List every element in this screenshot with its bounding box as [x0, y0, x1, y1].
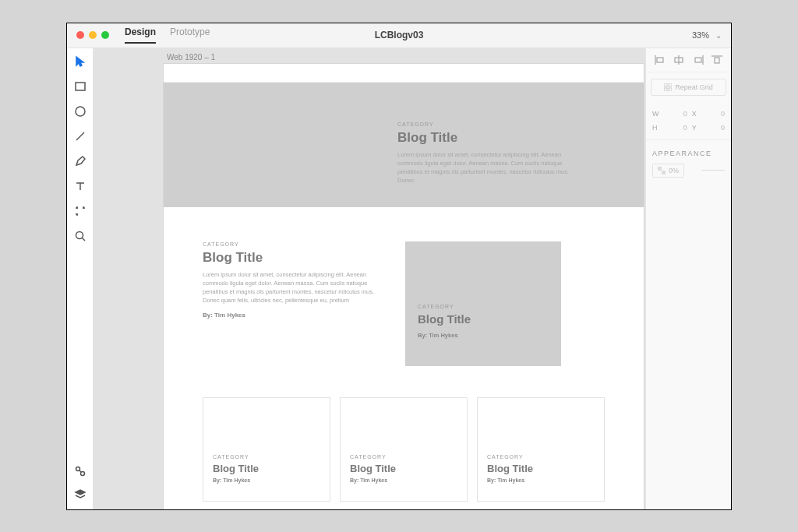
text-tool-icon[interactable]: [73, 179, 87, 193]
mock-card-row: CATEGORY Blog Title By: Tim Hykes CATEGO…: [164, 389, 644, 509]
tab-design[interactable]: Design: [125, 26, 156, 44]
dimensions-section: W 0 X 0 H 0 Y 0: [646, 102, 731, 140]
h-label: H: [652, 124, 659, 132]
pen-tool-icon[interactable]: [73, 154, 87, 168]
card-byline: By: Tim Hykes: [487, 477, 595, 483]
card-byline: By: Tim Hykes: [213, 477, 320, 483]
svg-rect-16: [664, 83, 667, 86]
feature-text-block: CATEGORY Blog Title Lorem ipsum dolor si…: [203, 241, 382, 366]
opacity-slider[interactable]: [701, 170, 725, 171]
card: CATEGORY Blog Title By: Tim Hykes: [203, 397, 330, 502]
y-label: Y: [692, 124, 697, 132]
svg-rect-9: [657, 58, 663, 62]
feature-category: CATEGORY: [203, 241, 382, 247]
h-value[interactable]: 0: [664, 124, 687, 132]
feature-img-title: Blog Title: [418, 312, 549, 326]
card-title: Blog Title: [487, 463, 595, 474]
x-label: X: [692, 110, 697, 118]
top-toolbar: Design Prototype LCBlogv03 33% ⌄: [67, 23, 731, 48]
svg-line-4: [82, 238, 85, 241]
card: CATEGORY Blog Title By: Tim Hykes: [340, 397, 468, 502]
mock-hero: CATEGORY Blog Title Lorem ipsum dolor si…: [164, 83, 644, 207]
card: CATEGORY Blog Title By: Tim Hykes: [477, 397, 605, 502]
svg-rect-20: [658, 167, 662, 171]
svg-rect-17: [669, 83, 672, 86]
card-category: CATEGORY: [487, 454, 595, 460]
app-window: Design Prototype LCBlogv03 33% ⌄ Web 192…: [66, 23, 732, 510]
feature-byline: By: Tim Hykes: [203, 312, 382, 319]
assets-icon[interactable]: [73, 464, 87, 478]
svg-point-3: [76, 231, 83, 238]
svg-point-6: [80, 471, 84, 475]
svg-line-2: [76, 132, 84, 140]
align-tools: [646, 48, 731, 72]
opacity-input[interactable]: 0%: [652, 164, 684, 178]
close-icon[interactable]: [76, 31, 84, 39]
svg-line-7: [79, 470, 81, 472]
feature-image-block: CATEGORY Blog Title By: Tim Hykes: [405, 241, 561, 366]
svg-point-1: [76, 107, 85, 116]
maximize-icon[interactable]: [101, 31, 109, 39]
w-label: W: [652, 110, 659, 118]
app-body: Web 1920 – 1 CATEGORY Blog Title Lorem i…: [67, 48, 731, 509]
mode-tabs: Design Prototype: [125, 26, 210, 44]
zoom-control[interactable]: 33% ⌄: [692, 30, 722, 40]
card-category: CATEGORY: [213, 454, 320, 460]
layers-icon[interactable]: [73, 488, 87, 502]
minimize-icon[interactable]: [89, 31, 97, 39]
feature-img-category: CATEGORY: [418, 304, 549, 309]
repeat-grid-button[interactable]: Repeat Grid: [651, 79, 726, 96]
svg-rect-19: [669, 88, 672, 91]
artboard[interactable]: CATEGORY Blog Title Lorem ipsum dolor si…: [164, 64, 644, 509]
svg-rect-21: [662, 171, 666, 174]
card-category: CATEGORY: [350, 454, 457, 460]
card-title: Blog Title: [350, 463, 457, 474]
opacity-row: 0%: [646, 164, 731, 187]
appearance-label: APPEARANCE: [646, 140, 731, 164]
card-byline: By: Tim Hykes: [350, 477, 457, 483]
canvas[interactable]: Web 1920 – 1 CATEGORY Blog Title Lorem i…: [94, 48, 645, 509]
artboard-label[interactable]: Web 1920 – 1: [167, 53, 215, 62]
align-left-icon[interactable]: [654, 55, 666, 65]
window-controls: [76, 31, 109, 39]
document-title: LCBlogv03: [375, 30, 424, 41]
hero-category: CATEGORY: [397, 122, 644, 127]
y-value[interactable]: 0: [701, 124, 725, 132]
svg-rect-15: [715, 58, 719, 63]
zoom-tool-icon[interactable]: [73, 229, 87, 243]
feature-title: Blog Title: [203, 250, 382, 266]
mock-navbar: [164, 64, 644, 83]
w-value[interactable]: 0: [664, 110, 687, 118]
svg-rect-13: [695, 58, 701, 62]
align-center-h-icon[interactable]: [673, 55, 685, 65]
tab-prototype[interactable]: Prototype: [170, 26, 210, 44]
svg-rect-18: [664, 88, 667, 91]
rectangle-tool-icon[interactable]: [73, 79, 87, 93]
hero-title: Blog Title: [397, 130, 644, 146]
repeat-grid-label: Repeat Grid: [675, 83, 713, 91]
artboard-tool-icon[interactable]: [73, 204, 87, 218]
zoom-value: 33%: [692, 30, 709, 40]
svg-point-5: [76, 467, 79, 470]
chevron-down-icon: ⌄: [715, 31, 722, 40]
opacity-value: 0%: [669, 167, 679, 174]
hero-body: Lorem ipsum dolor sit amet, consectetur …: [397, 150, 584, 185]
feature-body: Lorem ipsum dolor sit amet, consectetur …: [203, 270, 390, 305]
select-tool-icon[interactable]: [73, 55, 87, 69]
feature-img-byline: By: Tim Hykes: [418, 332, 549, 339]
x-value[interactable]: 0: [701, 110, 725, 118]
align-top-icon[interactable]: [711, 55, 723, 65]
line-tool-icon[interactable]: [73, 129, 87, 143]
svg-rect-0: [76, 83, 85, 90]
card-title: Blog Title: [213, 463, 320, 474]
inspector-panel: Repeat Grid W 0 X 0 H 0 Y 0 APPEARANCE 0…: [645, 48, 731, 509]
ellipse-tool-icon[interactable]: [73, 104, 87, 118]
align-right-icon[interactable]: [692, 55, 704, 65]
tool-sidebar: [67, 48, 94, 509]
mock-feature-row: CATEGORY Blog Title Lorem ipsum dolor si…: [164, 207, 644, 389]
